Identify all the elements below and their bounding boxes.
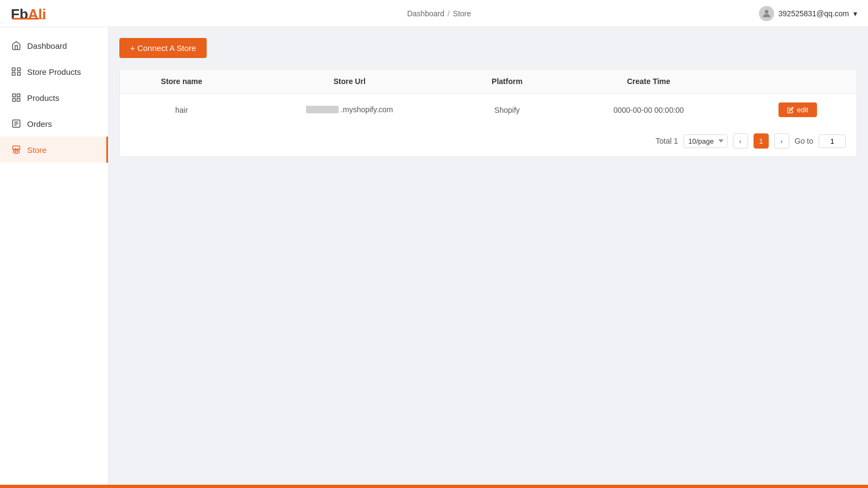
cell-actions: edit <box>739 94 857 126</box>
pagination: Total 1 10/page 20/page 50/page ‹ 1 › Go… <box>120 126 857 156</box>
col-actions <box>739 69 857 94</box>
cell-platform: Shopify <box>456 94 558 126</box>
page-1-button[interactable]: 1 <box>754 133 769 149</box>
main-content: + Connect A Store Store name Store Url P… <box>108 27 868 488</box>
logo-wrapper: FbAli <box>11 7 46 20</box>
svg-rect-6 <box>17 94 20 97</box>
svg-rect-7 <box>12 99 15 101</box>
col-store-name: Store name <box>120 69 243 94</box>
table-header-row: Store name Store Url Platform Create Tim… <box>120 69 857 94</box>
logo-fb: Fb <box>11 6 28 22</box>
cell-store-name: hair <box>120 94 243 126</box>
products-icon <box>11 92 22 103</box>
edit-icon <box>787 107 794 113</box>
page-size-select[interactable]: 10/page 20/page 50/page <box>684 134 727 148</box>
sidebar-item-products[interactable]: Products <box>0 85 108 111</box>
sidebar-item-dashboard[interactable]: Dashboard <box>0 33 108 59</box>
store-url-display: .myshopify.com <box>306 105 393 114</box>
user-icon <box>761 8 772 19</box>
bottom-bar <box>0 485 868 488</box>
svg-rect-5 <box>12 94 15 97</box>
prev-page-button[interactable]: ‹ <box>733 133 748 149</box>
user-area[interactable]: 392525831@qq.com ▾ <box>759 6 857 21</box>
connect-store-button[interactable]: + Connect A Store <box>119 38 207 58</box>
pagination-total: Total 1 <box>656 137 678 145</box>
sidebar: Dashboard Store Products <box>0 27 108 488</box>
breadcrumb: Dashboard / Store <box>407 9 471 18</box>
layout: Dashboard Store Products <box>0 27 868 488</box>
store-table-card: Store name Store Url Platform Create Tim… <box>119 69 857 157</box>
sidebar-item-orders[interactable]: Orders <box>0 111 108 137</box>
url-redacted-block <box>306 106 339 113</box>
svg-rect-13 <box>15 151 18 153</box>
sidebar-store-products-label: Store Products <box>27 67 81 76</box>
edit-label: edit <box>797 106 808 114</box>
user-avatar <box>759 6 774 21</box>
tag-icon <box>11 66 22 77</box>
header: FbAli Dashboard / Store 392525831@qq.com… <box>0 0 868 27</box>
col-create-time: Create Time <box>558 69 739 94</box>
logo-area: FbAli <box>11 7 119 20</box>
home-icon <box>11 40 22 51</box>
sidebar-orders-label: Orders <box>27 119 52 129</box>
sidebar-store-label: Store <box>27 145 47 155</box>
sidebar-products-label: Products <box>27 93 59 102</box>
orders-icon <box>11 118 22 129</box>
sidebar-item-store[interactable]: Store <box>0 137 108 163</box>
user-chevron-icon: ▾ <box>853 9 857 18</box>
store-table: Store name Store Url Platform Create Tim… <box>120 69 857 126</box>
sidebar-item-store-products[interactable]: Store Products <box>0 59 108 85</box>
svg-rect-1 <box>12 68 15 70</box>
cell-create-time: 0000-00-00 00:00:00 <box>558 94 739 126</box>
breadcrumb-separator: / <box>448 9 450 18</box>
store-icon <box>11 144 22 155</box>
svg-point-0 <box>764 10 768 14</box>
breadcrumb-dashboard[interactable]: Dashboard <box>407 9 444 18</box>
breadcrumb-current: Store <box>453 9 471 18</box>
goto-label: Go to <box>795 137 813 145</box>
logo-ali: Ali <box>28 6 46 22</box>
svg-rect-3 <box>12 73 15 75</box>
table-row: hair .myshopify.com Shopify 0000-00-00 0… <box>120 94 857 126</box>
cell-store-url: .myshopify.com <box>243 94 456 126</box>
svg-rect-8 <box>17 99 20 101</box>
user-email: 392525831@qq.com <box>778 9 849 18</box>
col-platform: Platform <box>456 69 558 94</box>
sidebar-dashboard-label: Dashboard <box>27 41 67 50</box>
svg-rect-2 <box>17 68 20 70</box>
goto-input[interactable] <box>819 134 846 148</box>
next-page-button[interactable]: › <box>774 133 789 149</box>
url-suffix: .myshopify.com <box>341 105 393 114</box>
col-store-url: Store Url <box>243 69 456 94</box>
edit-button[interactable]: edit <box>778 102 817 117</box>
svg-rect-4 <box>17 73 20 75</box>
